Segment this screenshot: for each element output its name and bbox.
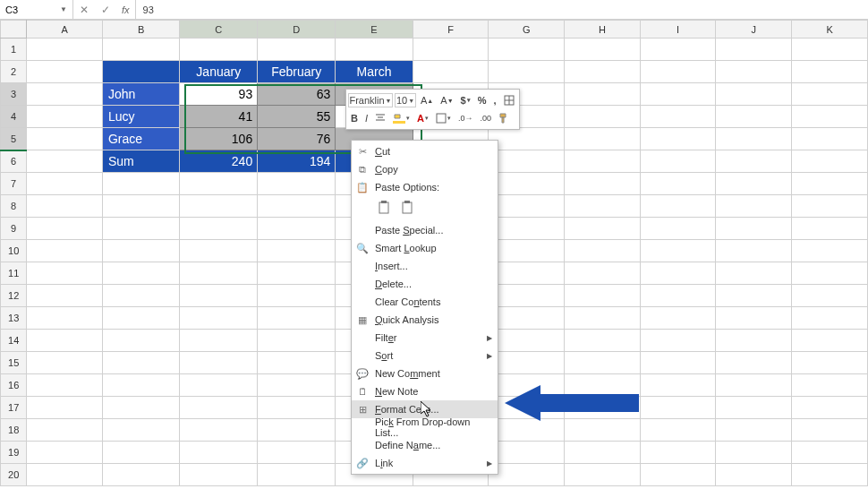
data-cell[interactable]: 41: [180, 106, 258, 128]
data-cell[interactable]: 76: [258, 128, 336, 150]
chevron-down-icon[interactable]: ▼: [60, 5, 67, 13]
grid-cell[interactable]: [489, 39, 565, 61]
fx-icon[interactable]: fx: [116, 4, 135, 15]
sum-cell[interactable]: 240: [180, 150, 258, 173]
row-header[interactable]: 5: [1, 128, 27, 150]
ctx-paste-special[interactable]: Paste Special...: [352, 221, 498, 239]
col-header[interactable]: K: [792, 21, 868, 39]
font-name-combo[interactable]: Franklin▼: [348, 93, 393, 107]
row-name[interactable]: Lucy: [102, 106, 179, 128]
table-header[interactable]: February: [258, 61, 336, 83]
name-box[interactable]: C3 ▼: [0, 0, 73, 19]
ctx-copy[interactable]: ⧉Copy: [352, 160, 498, 178]
data-cell[interactable]: 106: [180, 128, 258, 150]
align-center-icon[interactable]: [372, 113, 388, 124]
ctx-quick-analysis[interactable]: ▦Quick Analysis: [352, 311, 498, 329]
grid-cell[interactable]: [258, 39, 336, 61]
row-header[interactable]: 9: [1, 218, 27, 240]
row-header[interactable]: 14: [1, 330, 27, 352]
grid-cell[interactable]: [565, 39, 641, 61]
ctx-insert[interactable]: Insert...: [352, 257, 498, 275]
row-name[interactable]: Grace: [102, 128, 179, 150]
row-header[interactable]: 16: [1, 374, 27, 397]
cancel-icon[interactable]: ✕: [73, 4, 95, 16]
data-cell[interactable]: 55: [258, 106, 336, 128]
grid-cell[interactable]: [716, 39, 792, 61]
ctx-sort[interactable]: Sort▶: [352, 347, 498, 365]
col-header[interactable]: D: [258, 21, 336, 39]
comma-format-button[interactable]: ,: [490, 94, 498, 107]
col-header[interactable]: F: [413, 21, 489, 39]
decrease-font-icon[interactable]: A▼: [438, 94, 455, 107]
col-header[interactable]: B: [102, 21, 179, 39]
grid-cell[interactable]: [413, 39, 489, 61]
italic-button[interactable]: I: [362, 112, 370, 124]
row-header[interactable]: 8: [1, 195, 27, 218]
font-size-combo[interactable]: 10▼: [395, 93, 416, 107]
ctx-pick-dropdown[interactable]: Pick From Drop-down List...: [352, 418, 498, 436]
row-header[interactable]: 2: [1, 61, 27, 83]
row-name[interactable]: John: [102, 83, 179, 106]
select-all-corner[interactable]: [1, 21, 27, 39]
col-header[interactable]: C: [180, 21, 258, 39]
ctx-new-comment[interactable]: 💬New Comment: [352, 365, 498, 382]
increase-decimal-icon[interactable]: .0→: [455, 113, 476, 124]
table-corner[interactable]: [102, 61, 179, 83]
grid-cell[interactable]: [27, 39, 103, 61]
col-header[interactable]: J: [716, 21, 792, 39]
ctx-link[interactable]: 🔗Link▶: [352, 454, 498, 472]
accounting-format-button[interactable]: $▾: [458, 94, 473, 107]
fill-color-icon[interactable]: ▾: [390, 112, 413, 124]
grid-cell[interactable]: [180, 39, 258, 61]
decrease-decimal-icon[interactable]: .00: [477, 113, 494, 124]
ctx-delete[interactable]: Delete...: [352, 275, 498, 293]
row-header[interactable]: 1: [1, 39, 27, 61]
sum-label[interactable]: Sum: [102, 150, 179, 173]
col-header[interactable]: H: [565, 21, 641, 39]
row-header[interactable]: 12: [1, 285, 27, 307]
ctx-clear-contents[interactable]: Clear Contents: [352, 293, 498, 311]
paste-default-icon[interactable]: [375, 198, 395, 218]
row-header[interactable]: 10: [1, 240, 27, 262]
borders-icon[interactable]: [501, 94, 517, 107]
col-header[interactable]: G: [489, 21, 565, 39]
ctx-new-note[interactable]: 🗒New Note: [352, 382, 498, 400]
percent-format-button[interactable]: %: [475, 94, 489, 107]
grid-cell[interactable]: [336, 39, 413, 61]
paste-values-icon[interactable]: [398, 198, 418, 218]
grid-cell[interactable]: [102, 39, 179, 61]
row-header[interactable]: 4: [1, 106, 27, 128]
row-header[interactable]: 15: [1, 352, 27, 374]
bold-button[interactable]: B: [348, 112, 361, 124]
formula-bar[interactable]: 93: [136, 0, 868, 19]
row-header[interactable]: 6: [1, 150, 27, 173]
ctx-smart-lookup[interactable]: 🔍Smart Lookup: [352, 239, 498, 257]
format-painter-icon[interactable]: [496, 112, 512, 124]
row-header[interactable]: 20: [1, 464, 27, 486]
data-cell[interactable]: 93: [180, 83, 258, 106]
ctx-cut[interactable]: ✂Cut: [352, 142, 498, 160]
ctx-define-name[interactable]: Define Name...: [352, 436, 498, 454]
increase-font-icon[interactable]: A▲: [418, 94, 436, 107]
row-header[interactable]: 18: [1, 419, 27, 442]
borders-dropdown-icon[interactable]: ▾: [433, 112, 454, 124]
row-header[interactable]: 17: [1, 397, 27, 419]
col-header[interactable]: E: [336, 21, 413, 39]
col-header[interactable]: I: [640, 21, 716, 39]
col-header[interactable]: A: [27, 21, 103, 39]
grid-cell[interactable]: [640, 39, 716, 61]
ctx-format-cells[interactable]: ⊞Format Cells...: [352, 400, 498, 418]
row-header[interactable]: 7: [1, 173, 27, 195]
data-cell[interactable]: 63: [258, 83, 336, 106]
table-header[interactable]: March: [336, 61, 413, 83]
row-header[interactable]: 3: [1, 83, 27, 106]
enter-icon[interactable]: ✓: [95, 4, 116, 16]
row-header[interactable]: 19: [1, 442, 27, 464]
font-color-icon[interactable]: A▾: [414, 112, 431, 124]
sum-cell[interactable]: 194: [258, 150, 336, 173]
row-header[interactable]: 13: [1, 307, 27, 330]
table-header[interactable]: January: [180, 61, 258, 83]
grid-cell[interactable]: [792, 39, 868, 61]
ctx-filter[interactable]: Filter▶: [352, 329, 498, 347]
row-header[interactable]: 11: [1, 262, 27, 285]
